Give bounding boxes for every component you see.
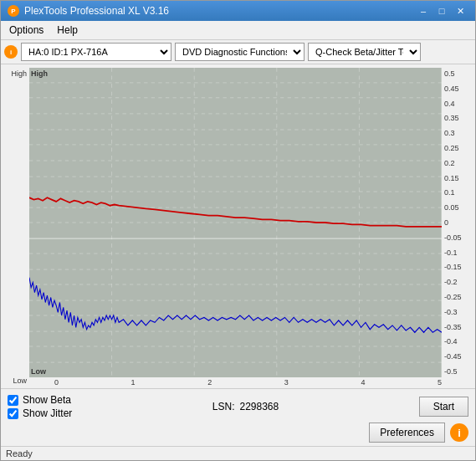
drive-icon: i xyxy=(4,45,18,59)
bottom-row2-right: Preferences i xyxy=(369,423,468,443)
bottom-panel: Show Beta Show Jitter LSN: 2298368 Start… xyxy=(1,388,475,446)
show-jitter-label: Show Jitter xyxy=(23,407,72,419)
status-bar: Ready xyxy=(1,446,475,460)
close-button[interactable]: ✕ xyxy=(452,4,468,18)
show-jitter-row[interactable]: Show Jitter xyxy=(8,407,72,419)
checkbox-group: Show Beta Show Jitter xyxy=(8,394,72,419)
maximize-button[interactable]: □ xyxy=(433,4,450,18)
main-window: P PlexTools Professional XL V3.16 – □ ✕ … xyxy=(0,0,476,461)
graph-canvas: High Low xyxy=(29,68,442,377)
lsn-area: LSN: 2298368 xyxy=(212,401,279,412)
beta-line xyxy=(29,197,442,227)
preferences-button[interactable]: Preferences xyxy=(369,423,445,443)
chart-with-right-axis: High Low 0.5 0.45 0.4 0.35 0.3 0.25 0.2 … xyxy=(29,68,472,387)
y-left-high: High xyxy=(11,69,27,78)
jitter-line xyxy=(29,278,442,333)
show-jitter-checkbox[interactable] xyxy=(8,408,18,419)
y-left-low: Low xyxy=(13,376,27,385)
bottom-row1: Show Beta Show Jitter LSN: 2298368 Start xyxy=(8,394,468,419)
chart-inner: High Low 0.5 0.45 0.4 0.35 0.3 0.25 0.2 … xyxy=(29,68,472,377)
show-beta-label: Show Beta xyxy=(23,394,71,406)
title-bar-controls: – □ ✕ xyxy=(415,4,468,18)
minimize-button[interactable]: – xyxy=(415,4,432,18)
window-title: PlexTools Professional XL V3.16 xyxy=(24,5,169,17)
test-select[interactable]: Q-Check Beta/Jitter Test xyxy=(308,43,421,61)
info-button[interactable]: i xyxy=(450,423,468,442)
chart-area: High Low xyxy=(1,64,475,388)
y-axis-left: High Low xyxy=(4,68,29,387)
status-text: Ready xyxy=(6,448,33,458)
function-select[interactable]: DVD Diagnostic Functions xyxy=(175,43,305,61)
show-beta-checkbox[interactable] xyxy=(8,395,18,406)
menu-options[interactable]: Options xyxy=(4,23,49,38)
show-beta-row[interactable]: Show Beta xyxy=(8,394,72,406)
bottom-row2: Preferences i xyxy=(8,423,468,443)
start-button[interactable]: Start xyxy=(419,397,468,417)
title-bar: P PlexTools Professional XL V3.16 – □ ✕ xyxy=(1,1,475,21)
menu-help[interactable]: Help xyxy=(52,23,83,38)
toolbar: i HA:0 ID:1 PX-716A DVD Diagnostic Funct… xyxy=(1,40,475,64)
drive-select[interactable]: HA:0 ID:1 PX-716A xyxy=(21,43,171,61)
menu-bar: Options Help xyxy=(1,21,475,40)
high-label: High xyxy=(31,69,48,78)
lsn-label: LSN: xyxy=(212,401,235,412)
x-axis: 0 1 2 3 4 5 xyxy=(29,378,472,387)
chart-svg xyxy=(29,68,442,377)
chart-container: High Low xyxy=(4,68,472,387)
app-icon: P xyxy=(8,5,19,17)
y-axis-right: 0.5 0.45 0.4 0.35 0.3 0.25 0.2 0.15 0.1 … xyxy=(442,68,472,377)
title-bar-left: P PlexTools Professional XL V3.16 xyxy=(8,5,169,17)
low-label: Low xyxy=(31,367,46,376)
lsn-value: 2298368 xyxy=(239,401,279,412)
